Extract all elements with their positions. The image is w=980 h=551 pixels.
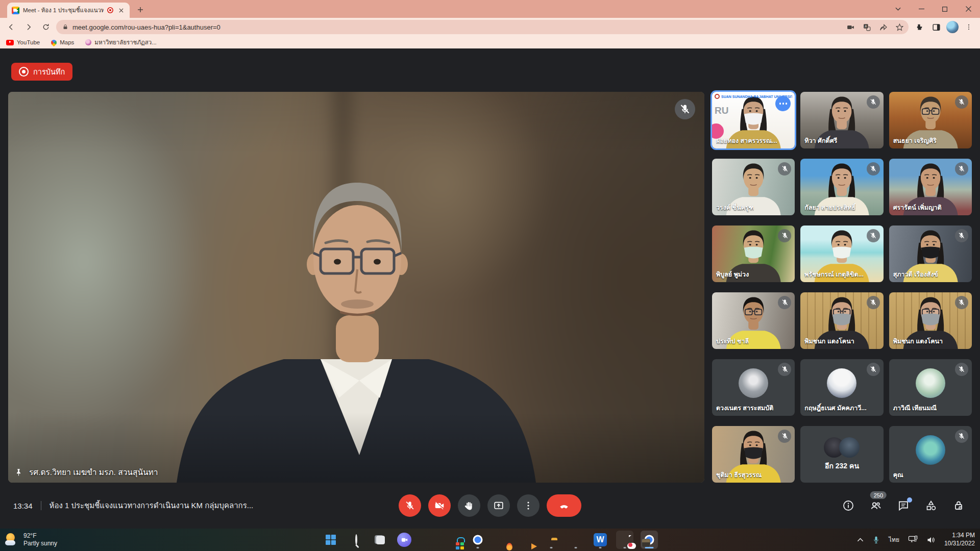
side-panel-icon[interactable] [929,20,943,34]
network-ethernet-icon[interactable] [908,536,918,544]
taskbar-clock[interactable]: 1:34 PM 10/31/2022 [944,532,975,547]
extensions-puzzle-icon[interactable] [912,20,926,34]
chat-icon[interactable] [896,498,911,513]
participant-name: วรงค์ ชื่นครุฑ [716,203,754,213]
participant-tile[interactable]: ศรารัตน์ เพิ่มญาติ [889,159,972,215]
chat-notification-dot [907,497,912,503]
participant-tile[interactable]: ดวงเนตร สาระสมบัติ [712,359,795,416]
new-tab-button[interactable] [134,3,147,16]
taskbar-app-start[interactable] [322,531,339,549]
window-maximize-button[interactable] [933,0,957,18]
back-icon[interactable] [4,20,18,34]
taskbar-app-store[interactable] [445,531,462,549]
bookmark-university[interactable]: มหาวิทยาลัยราชภัฏสว... [85,38,156,47]
address-bar[interactable]: meet.google.com/rou-uaes-hua?pli=1&authu… [56,20,909,34]
youtube-icon [6,40,14,45]
participant-name: กฤษฎิ์ธเนศ มัคคภาวี... [804,403,866,413]
kebab-menu-icon[interactable] [962,20,976,34]
participant-tile[interactable]: พรัชษกรณ์ เกตุลิขิด... [800,226,883,282]
camera-in-use-icon[interactable] [844,21,856,33]
tab-close-icon[interactable] [117,6,125,14]
main-speaker-video[interactable]: รศ.ดร.วิทยา เมฆขำ มรภ. สวนสุนันทา [8,92,704,483]
taskbar-app-taskview[interactable] [371,531,388,549]
mic-off-button[interactable] [399,494,421,517]
bookmark-label: Maps [60,39,74,45]
participant-tile[interactable]: SUAN SUNANDHA RAJABHAT UNIVERSITRUฝอยทอง… [712,92,795,148]
participant-tile[interactable]: วรงค์ ชื่นครุฑ [712,159,795,215]
participant-tile[interactable]: ประทีป ชาลี [712,292,795,349]
participant-avatar [739,368,768,398]
meeting-details-icon[interactable] [841,498,855,513]
browser-tab[interactable]: Meet - ห้อง 1 ประชุมชี้แจงแนวท [7,3,130,18]
taskbar-app-firefox[interactable] [567,531,584,549]
participant-tile[interactable]: พิบูลย์ พูม่วง [712,226,795,282]
end-call-button[interactable] [547,494,581,517]
main-speaker-name-label: รศ.ดร.วิทยา เมฆขำ มรภ. สวนสุนันทา [14,466,158,479]
hidden-icons-chevron-icon[interactable] [857,538,864,542]
taskbar-app-search[interactable] [347,531,364,549]
microphone-in-use-icon[interactable] [872,535,880,544]
overflow-avatars [824,437,860,458]
window-close-button[interactable] [957,0,980,18]
participant-tile[interactable]: ทิวา ศักดิ์ศรี [800,92,883,148]
people-icon[interactable]: 250 [869,498,883,513]
taskbar-app-chrome-meet[interactable] [641,531,658,549]
taskbar-app-media-player[interactable] [518,531,535,549]
participant-tile[interactable]: คุณ [889,426,972,483]
participant-name: พรัชษกรณ์ เกตุลิขิด... [804,269,864,280]
profile-avatar[interactable] [946,21,959,33]
language-indicator[interactable]: ไทย [889,535,899,545]
taskbar-app-teams-chat[interactable] [396,531,413,549]
participant-tile[interactable]: ชุติมา ธีรสุวรรณ [712,426,795,483]
share-icon[interactable] [877,21,889,33]
taskbar-app-edge[interactable] [420,531,437,549]
university-crest-icon [85,39,91,45]
browser-window: Meet - ห้อง 1 ประชุมชี้แจงแนวท [0,0,980,48]
participant-tile[interactable]: อีก 232 คน [800,426,883,483]
participant-tile[interactable]: กฤษฎิ์ธเนศ มัคคภาวี... [800,359,883,416]
speaker-icon[interactable] [926,536,936,544]
more-options-button[interactable] [517,494,540,517]
camera-off-button[interactable] [428,494,451,517]
participant-tile[interactable]: สุภาวดี เรืองสังข์ [889,226,972,282]
taskbar-app-nero[interactable] [494,531,511,549]
translate-icon[interactable]: A [861,21,873,33]
host-controls-icon[interactable] [951,498,966,513]
tab-recording-dot [107,7,113,13]
taskbar-app-word[interactable]: W [592,531,609,549]
mic-muted-icon [778,363,791,376]
windows-taskbar: 92°F Partly sunny W ไทย 1:34 PM 10/31/20… [0,529,980,551]
activities-icon[interactable] [924,498,938,513]
taskbar-app-line[interactable] [616,531,633,549]
mic-muted-icon [955,363,968,376]
window-minimize-button[interactable] [910,0,933,18]
record-icon [19,67,29,77]
mic-muted-icon [867,95,880,109]
present-now-button[interactable] [487,494,510,517]
divider [41,501,41,510]
participant-name: พิบูลย์ พูม่วง [716,269,749,280]
tab-search-chevron-icon[interactable] [886,0,910,18]
participant-avatar [916,435,945,465]
taskbar-weather-widget[interactable]: 92°F Partly sunny [5,532,57,547]
participant-tile[interactable]: พิมชนก แดงโคนา [800,292,883,349]
meet-app: การบันทึก [0,48,980,529]
participant-name: ชุติมา ธีรสุวรรณ [716,470,762,480]
bookmark-maps[interactable]: Maps [51,39,74,45]
participant-tile[interactable]: สนธยา เจริญศิริ [889,92,972,148]
taskbar-app-chrome[interactable] [469,531,486,549]
mic-muted-icon [955,430,968,443]
raise-hand-button[interactable] [458,494,480,517]
pin-icon [14,468,23,477]
video-shade [8,92,704,483]
taskbar-app-explorer[interactable] [543,531,560,549]
overflow-count-label: อีก 232 คน [800,460,883,471]
participant-tile[interactable]: พิมชนก แดงโคนา [889,292,972,349]
mic-muted-icon [867,162,880,176]
participant-tile[interactable]: ภาวิณี เทียนมณี [889,359,972,416]
bookmark-youtube[interactable]: YouTube [6,39,40,45]
bookmark-star-icon[interactable] [893,21,905,33]
participant-tile[interactable]: กัลยา สายประสิทธิ์ [800,159,883,215]
forward-icon[interactable] [21,20,36,34]
reload-icon[interactable] [39,20,53,34]
